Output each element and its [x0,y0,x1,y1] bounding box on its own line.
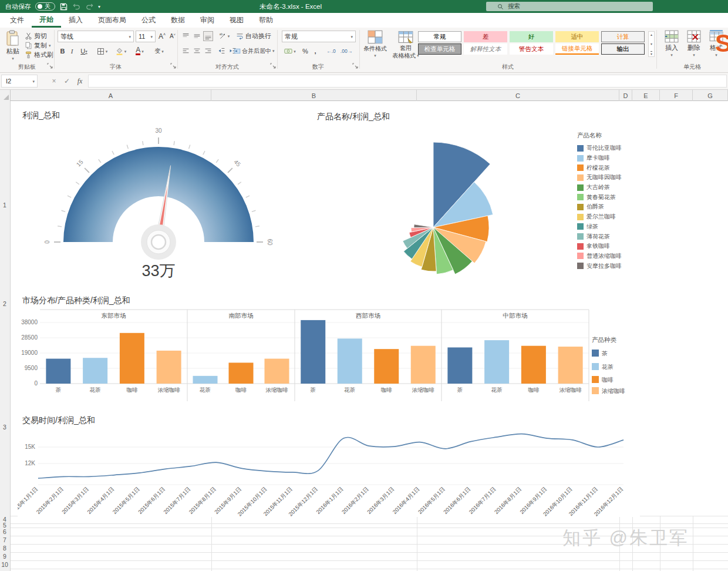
gallery-scrollbar[interactable]: ▴▾▾ [648,31,655,57]
font-color-button[interactable]: A▾ [132,46,148,56]
formula-input[interactable] [88,75,727,88]
cut-button[interactable]: 剪切 [25,32,47,41]
tab-开始[interactable]: 开始 [32,13,61,28]
align-bottom-button[interactable] [203,31,213,41]
increase-decimal-button[interactable]: ←.0 [324,46,338,56]
tab-数据[interactable]: 数据 [163,13,193,28]
align-middle-button[interactable] [192,31,202,41]
wrap-text-button[interactable]: 自动换行 [236,32,271,41]
tab-视图[interactable]: 视图 [222,13,251,28]
copy-button[interactable]: 复制 ▾ [25,41,51,50]
row-header-2[interactable]: 2 [0,301,9,307]
column-header-D[interactable]: D [619,90,632,101]
cell-style-链接单元格[interactable]: 链接单元格 [555,43,599,55]
svg-text:西部市场: 西部市场 [356,312,380,319]
legend-item: 绿茶 [577,222,622,232]
copy-label: 复制 [34,41,47,50]
insert-function-button[interactable]: fx [74,75,86,88]
borders-button[interactable]: ▾ [94,46,110,56]
search-box[interactable]: 搜索 [486,2,653,11]
row-header-6[interactable]: 6 [0,529,9,535]
row-header-1[interactable]: 1 [0,202,9,209]
svg-text:茶: 茶 [601,350,608,357]
bar-chart[interactable]: 市场分布/产品种类/利润_总和 09500190002850038000东部市场… [18,294,625,408]
tab-文件[interactable]: 文件 [2,13,32,28]
column-header-A[interactable]: A [11,90,211,101]
decrease-decimal-button[interactable]: .00→ [339,46,353,56]
tab-帮助[interactable]: 帮助 [251,13,281,28]
svg-text:19000: 19000 [21,350,38,356]
tab-审阅[interactable]: 审阅 [193,13,222,28]
svg-text:33万: 33万 [141,262,175,280]
grow-font-button[interactable]: A˄ [157,31,167,42]
number-dialog-launcher[interactable] [352,63,358,69]
cell-style-适中[interactable]: 适中 [555,31,599,42]
accounting-format-button[interactable]: ▾ [282,46,298,56]
alignment-dialog-launcher[interactable] [270,63,276,69]
font-dialog-launcher[interactable] [170,63,176,69]
excel-window: 自动保存 关 ▾ 未命名-3.xlsx - Excel 搜索 文件开始插入页面布… [0,0,728,571]
line-chart[interactable]: 交易时间/利润_总和 12K15K2015年1月1日2015年2月1日2015年… [18,415,640,517]
cell-style-输出[interactable]: 输出 [601,43,645,55]
font-size-combo[interactable]: 11▾ [136,31,156,42]
enter-button[interactable]: ✓ [61,75,73,88]
select-all-corner[interactable] [0,90,11,101]
legend-item: 哥伦比亚咖啡 [577,143,622,153]
conditional-formatting-button[interactable]: 条件格式 ▾ [362,30,389,58]
align-top-button[interactable] [181,31,191,41]
column-header-E[interactable]: E [632,90,660,101]
font-family-combo[interactable]: 等线▾ [58,31,134,42]
name-box[interactable]: I2 ▾ [1,75,38,88]
row-header-9[interactable]: 9 [0,553,9,560]
cell-style-好[interactable]: 好 [510,31,553,42]
cell-style-计算[interactable]: 计算 [601,31,645,42]
row-header-10[interactable]: 10 [0,562,9,568]
number-format-combo[interactable]: 常规▾ [282,31,356,42]
cell-style-检查单元格[interactable]: 检查单元格 [418,43,461,55]
decrease-indent-button[interactable] [217,46,227,56]
format-as-table-button[interactable]: 套用 表格格式▾ [391,30,420,59]
column-header-F[interactable]: F [660,90,693,101]
align-center-button[interactable] [192,46,202,56]
format-painter-button[interactable]: 格式刷 [25,51,53,59]
cell-style-差[interactable]: 差 [464,31,507,42]
row-header-3[interactable]: 3 [0,424,9,431]
cell-style-常规[interactable]: 常规 [418,31,461,42]
phonetic-button[interactable]: 变▾ [150,46,168,56]
cell-style-警告文本[interactable]: 警告文本 [510,43,553,55]
merge-center-button[interactable]: 合并后居中 ▾ [234,46,275,55]
shrink-font-button[interactable]: A˅ [168,31,177,42]
delete-cells-button[interactable]: 删除 ▾ [683,30,705,57]
align-right-button[interactable] [203,46,213,56]
clipboard-dialog-launcher[interactable] [47,63,53,69]
rose-chart[interactable]: 产品名称/利润_总和 产品名称哥伦比亚咖啡摩卡咖啡柠檬花茶无咖啡因咖啡大吉岭茶黄… [296,107,625,283]
save-icon[interactable] [59,2,68,11]
undo-icon[interactable] [72,2,81,11]
column-header-B[interactable]: B [211,90,417,101]
tab-页面布局[interactable]: 页面布局 [90,13,134,28]
percent-style-button[interactable]: % [301,46,310,56]
cancel-button[interactable]: × [48,75,60,88]
column-header-G[interactable]: G [693,90,728,101]
row-header-7[interactable]: 7 [0,537,9,543]
redo-icon[interactable] [85,2,94,11]
gauge-chart[interactable]: 利润_总和 01530456033万 [18,107,294,285]
row-header-8[interactable]: 8 [0,545,9,552]
align-left-button[interactable] [181,46,191,56]
quick-access-caret[interactable]: ▾ [98,4,100,9]
column-header-C[interactable]: C [417,90,619,101]
cell-style-解释性文本[interactable]: 解释性文本 [464,43,507,55]
italic-button[interactable]: I [68,46,76,56]
insert-cells-button[interactable]: 插入 ▾ [661,30,682,57]
bold-button[interactable]: B [58,46,67,56]
tab-公式[interactable]: 公式 [134,13,163,28]
orientation-button[interactable]: ab▾ [217,31,232,41]
format-as-table-icon [398,30,413,44]
fill-color-button[interactable]: ▾ [113,46,129,56]
underline-button[interactable]: U ▾ [77,46,91,56]
comma-style-button[interactable]: , [311,46,319,56]
tab-插入[interactable]: 插入 [61,13,90,28]
autosave-toggle[interactable]: 关 [35,2,55,11]
svg-text:9500: 9500 [25,365,38,371]
paste-button[interactable]: 粘贴 ▾ [2,30,23,61]
